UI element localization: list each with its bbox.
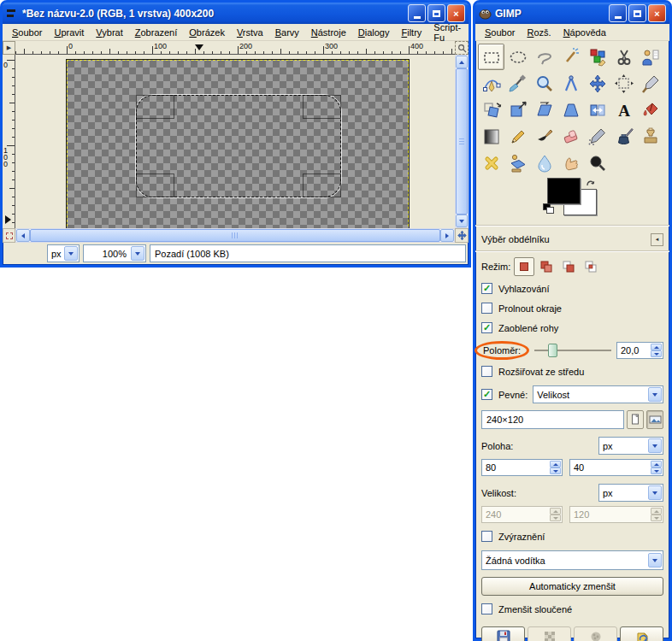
radius-slider[interactable] [534, 343, 611, 358]
menu-item-dialogy[interactable]: Dialogy [352, 26, 396, 39]
tool-paths[interactable] [478, 70, 504, 97]
tool-text[interactable]: A [610, 97, 637, 123]
tool-measure[interactable] [557, 70, 584, 97]
save-options-button[interactable] [481, 626, 525, 641]
tool-rotate[interactable] [478, 97, 504, 123]
maximize-button[interactable] [628, 4, 646, 22]
menu-item-soubor[interactable]: Soubor [479, 26, 521, 39]
tool-eraser[interactable] [557, 123, 584, 150]
menu-item-obr-zek[interactable]: Obrázek [183, 26, 231, 39]
feather-checkbox[interactable] [481, 303, 492, 314]
fixed-checkbox[interactable]: ✓ [481, 389, 492, 400]
minimize-button[interactable] [408, 4, 426, 22]
tool-color-picker[interactable] [504, 70, 531, 97]
shrink-merged-checkbox[interactable] [481, 603, 492, 615]
menu-item-n-stroje[interactable]: Nástroje [305, 26, 352, 39]
spinner-arrows[interactable] [651, 460, 663, 475]
position-x-spinbox[interactable]: 80 [481, 459, 563, 476]
image-window-titlebar[interactable]: *Bez názvu-2.0 (RGB, 1 vrstva) 400x200 × [3, 3, 469, 24]
quick-mask-toggle[interactable] [3, 228, 15, 243]
horizontal-ruler[interactable]: 0100200300400 [15, 41, 455, 55]
landscape-orientation-button[interactable] [646, 410, 663, 429]
position-y-spinbox[interactable]: 40 [569, 459, 663, 476]
unit-select[interactable]: px [47, 244, 80, 262]
tool-pencil[interactable] [504, 123, 531, 150]
reset-options-button[interactable] [620, 626, 663, 641]
antialiasing-row[interactable]: ✓ Vyhlazování [481, 283, 663, 294]
tool-dodge-burn[interactable] [584, 150, 610, 176]
expand-from-center-checkbox[interactable] [481, 366, 492, 377]
expand-from-center-row[interactable]: Rozšiřovat ze středu [481, 366, 663, 377]
rectangle-selection[interactable] [136, 95, 341, 197]
tool-heal[interactable] [478, 150, 504, 176]
tool-align[interactable] [610, 70, 637, 97]
close-button[interactable]: × [648, 4, 666, 22]
zoom-select[interactable]: 100% [83, 244, 146, 262]
vertical-ruler[interactable]: 0100 [3, 55, 15, 228]
tool-blur-sharpen[interactable] [531, 150, 557, 176]
tool-fuzzy-select[interactable] [557, 44, 584, 70]
selection-handle-bottom-right[interactable] [303, 173, 341, 197]
tool-scale[interactable] [504, 97, 531, 123]
spinner-arrows[interactable] [550, 460, 562, 475]
tool-paintbrush[interactable] [531, 123, 557, 150]
menu-item-barvy[interactable]: Barvy [269, 26, 305, 39]
tool-bucket-fill[interactable] [637, 97, 663, 123]
vertical-scrollbar[interactable] [455, 55, 469, 228]
fixed-size-entry[interactable]: 240×120 [481, 410, 624, 429]
highlight-checkbox[interactable] [481, 531, 492, 542]
tool-scissors-select[interactable] [610, 44, 637, 70]
foreground-color-swatch[interactable] [547, 178, 581, 204]
image-menu-button[interactable]: ▶ [3, 41, 15, 55]
fixed-option-select[interactable]: Velikost [533, 385, 663, 403]
selection-mode-intersect-button[interactable] [581, 257, 601, 276]
tool-smudge[interactable] [557, 150, 584, 176]
tool-shear[interactable] [531, 97, 557, 123]
minimize-button[interactable] [609, 4, 627, 22]
tool-move[interactable] [584, 70, 610, 97]
tool-airbrush[interactable] [584, 123, 610, 150]
tool-rect-select[interactable] [478, 44, 504, 70]
shrink-merged-row[interactable]: Zmenšit sloučené [481, 603, 663, 615]
tool-zoom[interactable] [531, 70, 557, 97]
size-unit-select[interactable]: px [598, 484, 663, 502]
tool-blend[interactable] [478, 123, 504, 150]
scroll-down-button[interactable] [456, 215, 468, 227]
vertical-scroll-thumb[interactable] [456, 68, 468, 215]
horizontal-scroll-thumb[interactable] [30, 229, 440, 242]
position-unit-select[interactable]: px [598, 437, 663, 455]
canvas-viewport[interactable] [15, 55, 455, 228]
selection-handle-top-right[interactable] [303, 95, 341, 119]
scroll-up-button[interactable] [456, 56, 468, 68]
tool-foreground-select[interactable] [637, 44, 663, 70]
menu-item-n-pov-da[interactable]: Nápověda [557, 26, 612, 39]
selection-handle-top-left[interactable] [136, 95, 174, 119]
zoom-follow-window-button[interactable] [455, 41, 469, 55]
tool-flip[interactable] [584, 97, 610, 123]
antialiasing-checkbox[interactable]: ✓ [481, 283, 492, 294]
scroll-left-button[interactable] [16, 229, 30, 242]
tool-perspective[interactable] [557, 97, 584, 123]
canvas-image[interactable] [67, 60, 409, 228]
selection-mode-replace-button[interactable] [514, 257, 534, 276]
default-colors-icon[interactable] [543, 203, 555, 215]
scroll-right-button[interactable] [440, 229, 454, 242]
tool-select-by-color[interactable] [584, 44, 610, 70]
tool-ellipse-select[interactable] [504, 44, 531, 70]
highlight-row[interactable]: Zvýraznění [481, 531, 663, 542]
menu-item-vrstva[interactable]: Vrstva [231, 26, 269, 39]
radius-spinbox[interactable]: 20,0 [616, 342, 663, 359]
rounded-corners-checkbox[interactable]: ✓ [481, 322, 492, 333]
rounded-corners-row[interactable]: ✓ Zaoblené rohy [481, 322, 663, 333]
menu-item-soubor[interactable]: Soubor [6, 26, 48, 39]
horizontal-scrollbar[interactable] [15, 228, 455, 243]
navigation-button[interactable] [455, 228, 469, 243]
dock-arrow-button[interactable]: ◂ [651, 233, 663, 246]
menu-item-vybrat[interactable]: Vybrat [90, 26, 128, 39]
portrait-orientation-button[interactable] [627, 410, 644, 429]
guides-select[interactable]: Žádná vodítka [481, 550, 663, 570]
tool-clone[interactable] [637, 123, 663, 150]
radius-slider-thumb[interactable] [548, 344, 557, 357]
tool-crop[interactable] [637, 70, 663, 97]
swap-colors-icon[interactable] [585, 177, 597, 188]
